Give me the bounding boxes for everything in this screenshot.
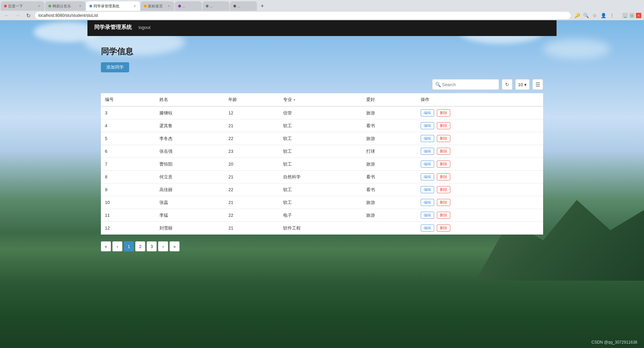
edit-button[interactable]: 编辑 <box>421 199 434 206</box>
delete-button[interactable]: 删除 <box>437 148 450 155</box>
tab-close-3[interactable]: × <box>167 4 171 8</box>
pagination-first[interactable]: « <box>101 241 111 251</box>
edit-button[interactable]: 编辑 <box>421 148 434 155</box>
watermark: CSDN @qq_3072911638 <box>592 340 637 345</box>
pagination-next[interactable]: › <box>158 241 168 251</box>
cell-name: 何立意 <box>155 171 224 183</box>
edit-button[interactable]: 编辑 <box>421 212 434 219</box>
edit-button[interactable]: 编辑 <box>421 161 434 168</box>
minimize-button[interactable]: _ <box>622 13 628 18</box>
tab-bar: 百度一下 × 网易云音乐 × 同学录管理系统 × 新标签页 × ... ... <box>0 0 644 11</box>
cell-age: 21 <box>224 171 279 183</box>
new-tab-button[interactable]: + <box>258 1 267 11</box>
star-icon[interactable]: ☆ <box>591 12 598 19</box>
pagination-page-3[interactable]: 3 <box>147 241 157 251</box>
main-navbar: 同学录管理系统 logout <box>87 19 557 36</box>
table-row: 4 逻其鲁 21 软工 看书 编辑 删除 <box>101 119 543 132</box>
tab-other-1[interactable]: 百度一下 × <box>1 1 44 11</box>
search-browser-icon[interactable]: 🔍 <box>582 12 590 19</box>
cell-action: 编辑 删除 <box>417 222 543 235</box>
cell-major: 软工 <box>279 183 362 196</box>
cell-hobby: 看书 <box>362 119 417 132</box>
cell-action: 编辑 删除 <box>417 106 543 119</box>
edit-button[interactable]: 编辑 <box>421 122 434 129</box>
tab-other-4[interactable]: ... <box>175 1 202 11</box>
table-row: 10 张蕊 21 软工 旅游 编辑 删除 <box>101 196 543 209</box>
col-header-major[interactable]: 专业 ▾ <box>279 93 362 106</box>
table-row: 7 曹恒阳 20 软工 旅游 编辑 删除 <box>101 158 543 171</box>
add-student-button[interactable]: 添加同学 <box>101 62 129 72</box>
table-header: 编号 姓名 年龄 专业 ▾ 爱好 操作 <box>101 93 543 106</box>
refresh-icon: ↻ <box>505 82 509 87</box>
browser-chrome: 百度一下 × 网易云音乐 × 同学录管理系统 × 新标签页 × ... ... <box>0 0 644 19</box>
page-size-dropdown[interactable]: 10 ▾ <box>515 79 530 90</box>
col-header-name: 姓名 <box>155 93 224 106</box>
tab-other-6[interactable]: ... <box>230 1 257 11</box>
cell-action: 编辑 删除 <box>417 196 543 209</box>
cell-major: 软工 <box>279 196 362 209</box>
delete-button[interactable]: 删除 <box>437 199 450 206</box>
bookmark-icon[interactable]: 🔑 <box>573 12 581 19</box>
edit-button[interactable]: 编辑 <box>421 186 434 193</box>
delete-button[interactable]: 删除 <box>437 135 450 142</box>
delete-button[interactable]: 删除 <box>437 161 450 168</box>
edit-button[interactable]: 编辑 <box>421 135 434 142</box>
tab-other-5[interactable]: ... <box>202 1 229 11</box>
cell-age: 23 <box>224 145 279 158</box>
cell-name: 高佳丽 <box>155 183 224 196</box>
reload-button[interactable]: ↻ <box>24 11 32 20</box>
profile-icon[interactable]: 👤 <box>600 12 607 19</box>
cell-age: 22 <box>224 132 279 145</box>
logout-link[interactable]: logout <box>139 25 150 30</box>
close-window-button[interactable]: × <box>636 13 641 18</box>
delete-button[interactable]: 删除 <box>437 173 450 180</box>
delete-button[interactable]: 删除 <box>437 186 450 193</box>
cell-id: 5 <box>101 132 155 145</box>
back-button[interactable]: ← <box>3 11 11 20</box>
delete-button[interactable]: 删除 <box>437 212 450 219</box>
col-header-action: 操作 <box>417 93 543 106</box>
table-body: 3 滕继钰 12 信管 旅游 编辑 删除 4 逻其鲁 21 软工 看书 编辑 删… <box>101 106 543 235</box>
tab-other-3[interactable]: 新标签页 × <box>141 1 174 11</box>
delete-button[interactable]: 删除 <box>437 109 450 116</box>
delete-button[interactable]: 删除 <box>437 122 450 129</box>
search-box: 🔍 <box>432 79 499 90</box>
tab-other-2[interactable]: 网易云音乐 × <box>45 1 85 11</box>
col-header-id: 编号 <box>101 93 155 106</box>
menu-icon[interactable]: ⋮ <box>608 12 616 19</box>
pagination-page-1[interactable]: 1 <box>124 241 134 251</box>
search-input[interactable] <box>442 82 496 87</box>
forward-button[interactable]: → <box>13 11 22 20</box>
cell-age: 21 <box>224 119 279 132</box>
column-toggle-button[interactable]: ☰ <box>532 79 543 90</box>
maximize-button[interactable]: □ <box>629 13 635 18</box>
table-toolbar: 🔍 ↻ 10 ▾ ☰ <box>101 79 543 90</box>
cell-hobby: 旅游 <box>362 158 417 171</box>
pagination: « ‹ 1 2 3 › » <box>101 241 543 251</box>
cell-action: 编辑 删除 <box>417 183 543 196</box>
tab-active[interactable]: 同学录管理系统 × <box>86 1 140 11</box>
table-row: 3 滕继钰 12 信管 旅游 编辑 删除 <box>101 106 543 119</box>
edit-button[interactable]: 编辑 <box>421 173 434 180</box>
refresh-button[interactable]: ↻ <box>502 79 513 90</box>
pagination-prev[interactable]: ‹ <box>112 241 122 251</box>
edit-button[interactable]: 编辑 <box>421 224 434 232</box>
cell-action: 编辑 删除 <box>417 158 543 171</box>
edit-button[interactable]: 编辑 <box>421 109 434 116</box>
tab-close-1[interactable]: × <box>37 4 41 8</box>
pagination-page-2[interactable]: 2 <box>135 241 145 251</box>
cell-major: 自然科学 <box>279 171 362 183</box>
cell-hobby: 旅游 <box>362 196 417 209</box>
cell-age: 22 <box>224 183 279 196</box>
cell-hobby <box>362 222 417 235</box>
cell-id: 3 <box>101 106 155 119</box>
url-input[interactable] <box>35 12 571 19</box>
cell-action: 编辑 删除 <box>417 145 543 158</box>
tab-close-2[interactable]: × <box>78 4 82 8</box>
table-row: 5 李冬杰 22 软工 旅游 编辑 删除 <box>101 132 543 145</box>
cell-id: 10 <box>101 196 155 209</box>
cell-name: 张岳强 <box>155 145 224 158</box>
delete-button[interactable]: 删除 <box>437 224 450 232</box>
tab-close-active[interactable]: × <box>133 4 137 8</box>
pagination-last[interactable]: » <box>169 241 180 251</box>
